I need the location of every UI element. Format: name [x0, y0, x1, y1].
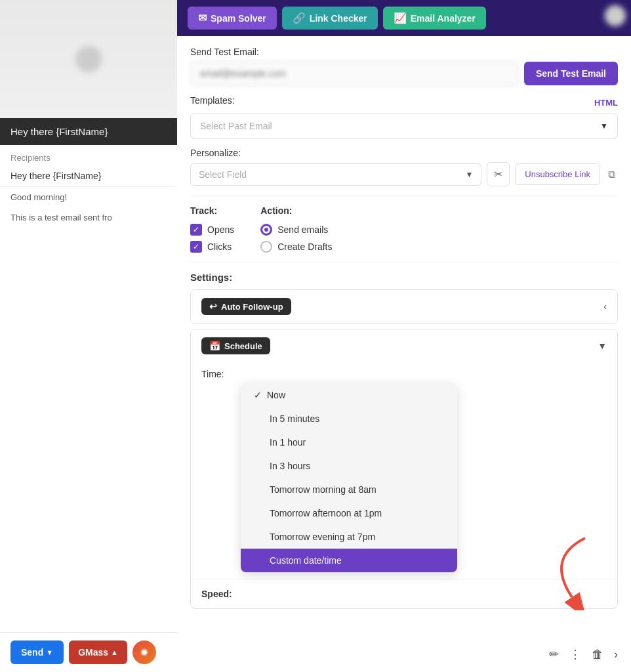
create-drafts-label: Create Drafts: [277, 242, 332, 252]
speed-label: Speed:: [201, 589, 232, 599]
send-test-button-label: Send Test Email: [536, 68, 606, 79]
time-option-custom[interactable]: Custom date/time: [241, 549, 457, 572]
bottom-toolbar: Send ▼ GMass ▲: [0, 632, 177, 672]
personalize-controls: Select Field ▼ ✂ Unsubscribe Link ⧉: [190, 162, 618, 186]
gmass-button[interactable]: GMass ▲: [69, 640, 127, 664]
time-5min-label: In 5 minutes: [270, 413, 319, 424]
time-label: Time:: [201, 369, 607, 379]
templates-label: Templates:: [190, 95, 235, 106]
sidebar: Hey there {FirstName} Recipients Hey the…: [0, 0, 177, 672]
auto-follow-up-header[interactable]: ↩ Auto Follow-up ‹: [191, 290, 617, 323]
schedule-header[interactable]: 📅 Schedule ▼: [191, 329, 617, 362]
more-options-button[interactable]: ⋮: [567, 644, 584, 664]
time-option-3hours[interactable]: In 3 hours: [241, 454, 457, 478]
chevron-right-icon: ›: [614, 648, 618, 661]
next-button[interactable]: ›: [611, 645, 621, 664]
opens-checkbox[interactable]: ✓: [190, 224, 202, 236]
send-test-input[interactable]: [190, 61, 519, 86]
svg-point-1: [142, 650, 147, 655]
sidebar-body-preview: This is a test email sent fro: [0, 207, 177, 228]
sidebar-preview: Good morning!: [0, 187, 177, 207]
send-label: Send: [21, 647, 43, 658]
time-option-5min[interactable]: In 5 minutes: [241, 407, 457, 430]
email-icon: 📈: [394, 12, 407, 24]
clicks-checkbox-row: ✓ Clicks: [190, 241, 234, 253]
time-option-tomorrow-evening[interactable]: Tomorrow evening at 7pm: [241, 525, 457, 549]
follow-up-icon: ↩: [209, 301, 217, 312]
delete-button[interactable]: 🗑: [589, 645, 606, 664]
send-test-row: Send Test Email: Send Test Email: [190, 47, 618, 86]
schedule-card: 📅 Schedule ▼ Time: ✓ Now In 5 minutes: [190, 329, 618, 609]
pencil-icon: ✏: [549, 648, 559, 661]
action-buttons: ✏ ⋮ 🗑 ›: [546, 644, 621, 664]
opens-checkbox-row: ✓ Opens: [190, 224, 234, 236]
subject-text: Hey there {FirstName}: [10, 171, 102, 181]
time-row: Time: ✓ Now In 5 minutes In 1 hour: [191, 362, 617, 579]
preview-text: Good morning!: [10, 192, 67, 202]
unsubscribe-label: Unsubscribe Link: [525, 169, 590, 179]
personalize-row: Personalize: Select Field ▼ ✂ Unsubscrib…: [190, 148, 618, 186]
action-title: Action:: [260, 205, 332, 216]
speed-row: Speed:: [191, 579, 617, 608]
avatar: [605, 5, 626, 26]
clicks-checkbox[interactable]: ✓: [190, 241, 202, 253]
main-panel: ✉ Spam Solver 🔗 Link Checker 📈 Email Ana…: [177, 0, 631, 672]
send-emails-radio[interactable]: [260, 224, 272, 236]
time-option-tomorrow-afternoon[interactable]: Tomorrow afternoon at 1pm: [241, 501, 457, 525]
circle-icon[interactable]: [132, 640, 156, 664]
sidebar-subject[interactable]: Hey there {FirstName}: [0, 165, 177, 187]
send-test-button[interactable]: Send Test Email: [524, 62, 618, 85]
spam-solver-button[interactable]: ✉ Spam Solver: [188, 7, 277, 30]
time-option-tomorrow-morning[interactable]: Tomorrow morning at 8am: [241, 478, 457, 501]
body-preview-text: This is a test email sent fro: [10, 213, 112, 222]
edit-button[interactable]: ✏: [546, 644, 561, 664]
select-field-placeholder: Select Field: [199, 169, 465, 180]
content-area: Send Test Email: Send Test Email Templat…: [177, 36, 631, 672]
time-1hour-label: In 1 hour: [270, 437, 306, 448]
personalize-label: Personalize:: [190, 148, 618, 158]
email-analyzer-button[interactable]: 📈 Email Analyzer: [383, 7, 486, 30]
recipients-text: Recipients: [10, 153, 51, 163]
auto-follow-up-badge: ↩ Auto Follow-up: [201, 298, 291, 315]
link-checker-label: Link Checker: [310, 13, 367, 24]
send-test-label: Send Test Email:: [190, 47, 618, 57]
action-section: Action: Send emails Create Drafts: [260, 205, 332, 253]
sidebar-active-item[interactable]: Hey there {FirstName}: [0, 118, 177, 145]
opens-label: Opens: [207, 224, 234, 235]
templates-row: Templates: HTML Select Past Email ▼: [190, 95, 618, 138]
track-action-row: Track: ✓ Opens ✓ Clicks Action: Send ema…: [190, 196, 618, 262]
time-tomorrow-afternoon-label: Tomorrow afternoon at 1pm: [270, 508, 382, 518]
unsubscribe-link-button[interactable]: Unsubscribe Link: [515, 163, 600, 185]
blur-circle: [75, 46, 102, 72]
follow-up-chevron-icon: ‹: [603, 301, 607, 312]
copy-button[interactable]: ⧉: [605, 166, 618, 183]
auto-follow-up-label: Auto Follow-up: [221, 302, 283, 312]
time-tomorrow-evening-label: Tomorrow evening at 7pm: [270, 532, 375, 542]
scissors-button[interactable]: ✂: [487, 162, 510, 186]
time-now-label: Now: [267, 390, 285, 400]
sidebar-blur-top: [0, 0, 177, 118]
time-3hours-label: In 3 hours: [270, 461, 310, 471]
time-option-1hour[interactable]: In 1 hour: [241, 430, 457, 454]
select-field-chevron-icon: ▼: [465, 170, 473, 179]
copy-icon: ⧉: [608, 169, 615, 180]
check-icon: ✓: [254, 390, 262, 400]
link-checker-button[interactable]: 🔗 Link Checker: [282, 7, 378, 30]
send-dropdown-arrow[interactable]: ▼: [46, 648, 53, 656]
gmass-dropdown-arrow[interactable]: ▲: [111, 648, 118, 656]
select-field-dropdown[interactable]: Select Field ▼: [190, 163, 481, 186]
templates-dropdown[interactable]: Select Past Email ▼: [190, 114, 618, 138]
templates-placeholder: Select Past Email: [200, 121, 600, 131]
html-link[interactable]: HTML: [594, 98, 618, 108]
send-button[interactable]: Send ▼: [10, 640, 64, 664]
schedule-badge: 📅 Schedule: [201, 337, 270, 354]
calendar-icon: 📅: [209, 341, 220, 351]
time-dropdown-menu: ✓ Now In 5 minutes In 1 hour In 3 hours: [241, 383, 457, 572]
create-drafts-radio[interactable]: [260, 241, 272, 253]
templates-header: Templates: HTML: [190, 95, 618, 110]
time-option-now[interactable]: ✓ Now: [241, 383, 457, 407]
gmass-label: GMass: [78, 647, 108, 658]
top-nav: ✉ Spam Solver 🔗 Link Checker 📈 Email Ana…: [177, 0, 631, 36]
link-icon: 🔗: [293, 12, 306, 24]
schedule-chevron-icon: ▼: [598, 341, 607, 351]
